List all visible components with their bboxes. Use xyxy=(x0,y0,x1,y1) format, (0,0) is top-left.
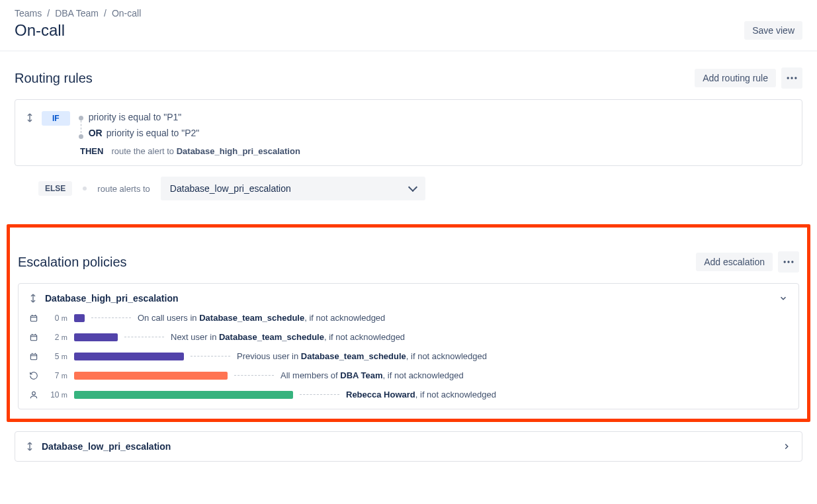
step-type-icon xyxy=(29,390,40,399)
condition-2: ORpriority is equal to "P2" xyxy=(78,125,791,141)
step-time: 0 m xyxy=(46,314,67,323)
step-type-icon xyxy=(29,314,40,323)
condition-1: priority is equal to "P1" xyxy=(78,109,791,125)
breadcrumb-dba-team[interactable]: DBA Team xyxy=(55,8,99,19)
escalation-policies-title: Escalation policies xyxy=(18,255,127,270)
step-text: Next user in Database_team_schedule, if … xyxy=(171,332,405,342)
escalation-step: 0 mOn call users in Database_team_schedu… xyxy=(29,313,788,323)
chevron-right-icon[interactable] xyxy=(782,442,791,451)
step-text: All members of DBA Team, if not acknowle… xyxy=(280,370,464,380)
escalation-step: 7 mAll members of DBA Team, if not ackno… xyxy=(29,370,788,380)
escalation-highlight-box: Escalation policies Add escalation Datab… xyxy=(7,224,810,422)
page-title: On-call xyxy=(15,21,65,40)
step-connector xyxy=(124,337,164,337)
step-type-icon xyxy=(29,333,40,342)
step-time: 5 m xyxy=(46,352,67,361)
add-routing-rule-button[interactable]: Add routing rule xyxy=(695,69,776,87)
step-bar xyxy=(74,314,85,322)
svg-rect-7 xyxy=(30,335,36,340)
else-lozenge: ELSE xyxy=(38,181,72,196)
step-text: On call users in Database_team_schedule,… xyxy=(138,313,385,323)
svg-point-0 xyxy=(787,77,789,79)
escalation-more-button[interactable] xyxy=(778,251,799,273)
step-text: Rebecca Howard, if not acknowledged xyxy=(346,390,496,399)
chevron-down-icon[interactable] xyxy=(779,294,788,303)
routing-more-button[interactable] xyxy=(781,67,802,89)
routing-rules-title: Routing rules xyxy=(15,71,93,86)
svg-point-5 xyxy=(791,261,793,263)
else-dot xyxy=(83,187,87,190)
breadcrumb: Teams / DBA Team / On-call xyxy=(15,8,802,19)
svg-point-2 xyxy=(795,77,796,79)
drag-handle-icon[interactable] xyxy=(26,113,34,122)
step-text: Previous user in Database_team_schedule,… xyxy=(237,351,487,361)
step-time: 2 m xyxy=(46,333,67,342)
svg-point-1 xyxy=(791,77,793,79)
then-label: THEN xyxy=(80,146,103,156)
breadcrumb-sep: / xyxy=(104,8,107,19)
policy-name: Database_low_pri_escalation xyxy=(42,441,774,452)
svg-rect-8 xyxy=(30,354,36,359)
step-connector xyxy=(191,356,230,357)
step-bar xyxy=(74,333,118,341)
then-text: route the alert to Database_high_pri_esc… xyxy=(111,146,300,156)
breadcrumb-on-call[interactable]: On-call xyxy=(112,8,141,19)
step-time: 7 m xyxy=(46,371,67,380)
else-route-select[interactable]: Database_low_pri_escalation xyxy=(161,177,425,200)
more-icon xyxy=(782,255,795,269)
escalation-step: 2 mNext user in Database_team_schedule, … xyxy=(29,332,788,342)
step-bar xyxy=(74,353,184,360)
step-connector xyxy=(300,394,339,395)
step-connector xyxy=(234,375,274,376)
if-lozenge: IF xyxy=(42,111,70,126)
step-type-icon xyxy=(29,371,40,380)
escalation-step: 5 mPrevious user in Database_team_schedu… xyxy=(29,351,788,361)
svg-point-4 xyxy=(787,261,789,263)
breadcrumb-sep: / xyxy=(47,8,50,19)
breadcrumb-teams[interactable]: Teams xyxy=(15,8,42,19)
escalation-step: 10 mRebecca Howard, if not acknowledged xyxy=(29,390,788,399)
drag-handle-icon[interactable] xyxy=(29,294,37,303)
svg-point-9 xyxy=(32,392,36,395)
routing-rule-card: IF priority is equal to "P1" ORpriority … xyxy=(15,99,802,166)
save-view-button[interactable]: Save view xyxy=(744,21,802,40)
policy-card-low-pri[interactable]: Database_low_pri_escalation xyxy=(15,431,802,462)
step-connector xyxy=(91,317,131,318)
or-label: OR xyxy=(89,128,103,138)
add-escalation-button[interactable]: Add escalation xyxy=(696,253,773,271)
else-row: ELSE route alerts to Database_low_pri_es… xyxy=(38,177,802,200)
svg-rect-6 xyxy=(30,315,36,321)
policy-name: Database_high_pri_escalation xyxy=(45,293,771,304)
policy-card-high-pri: Database_high_pri_escalation 0 mOn call … xyxy=(18,283,799,409)
step-bar xyxy=(74,391,293,399)
else-text: route alerts to xyxy=(97,184,150,194)
svg-point-3 xyxy=(784,261,786,263)
drag-handle-icon[interactable] xyxy=(26,442,34,451)
more-icon xyxy=(785,71,798,85)
step-type-icon xyxy=(29,352,40,361)
step-time: 10 m xyxy=(46,390,67,399)
step-bar xyxy=(74,372,228,380)
